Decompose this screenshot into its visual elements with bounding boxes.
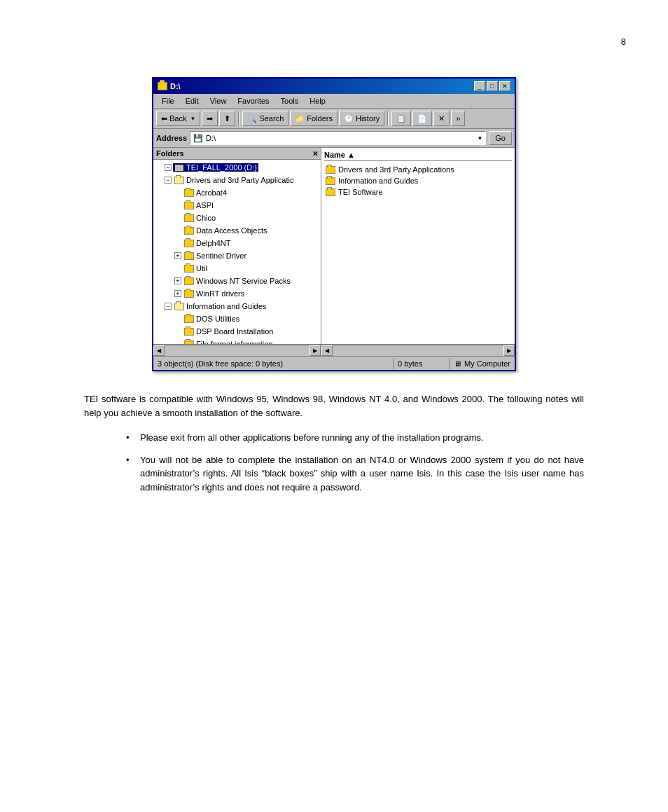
tree-text-ntpacks: Windows NT Service Packs xyxy=(196,277,291,285)
address-field[interactable]: 💾 D:\ ▼ xyxy=(190,131,486,145)
folders-button[interactable]: 📁 Folders xyxy=(290,111,338,126)
menu-file[interactable]: File xyxy=(156,95,180,106)
tree-item-dsp[interactable]: DSP Board Installation xyxy=(153,325,321,338)
tree-label-acrobat[interactable]: Acrobat4 xyxy=(183,188,228,197)
scroll-area: ◀ ▶ ◀ ▶ xyxy=(153,344,515,356)
search-button[interactable]: 🔍 Search xyxy=(242,111,288,126)
up-button[interactable]: ⬆ xyxy=(219,111,235,126)
collapse-drivers-icon[interactable]: − xyxy=(165,177,172,184)
tree-label-ntpacks[interactable]: Windows NT Service Packs xyxy=(183,277,292,285)
tree-text-dos: DOS Utilities xyxy=(196,315,239,323)
tree-item-delphi[interactable]: Delph4NT xyxy=(153,237,321,249)
menu-favorites[interactable]: Favorites xyxy=(232,95,274,106)
tree-item-info[interactable]: − Information and Guides xyxy=(153,300,321,312)
paste-icon: 📄 xyxy=(417,114,427,123)
more-icon: » xyxy=(456,114,460,123)
title-controls[interactable]: _ □ ✕ xyxy=(474,81,510,91)
file-label-info: Information and Guides xyxy=(338,177,418,185)
tree-text-drive: TEI_FALL_2000 (D:) xyxy=(186,163,257,172)
title-bar-left: D:\ xyxy=(158,82,181,90)
more-button[interactable]: » xyxy=(451,111,465,126)
status-computer: 🖥 My Computer xyxy=(450,358,515,369)
tree-item-sentinel[interactable]: + Sentinel Driver xyxy=(153,249,321,262)
hscroll-right-btn[interactable]: ▶ xyxy=(309,345,321,356)
hscroll-left-btn2[interactable]: ◀ xyxy=(321,345,333,356)
back-label: Back xyxy=(169,114,186,123)
delete-icon: ✕ xyxy=(438,114,445,123)
menu-view[interactable]: View xyxy=(204,95,232,106)
back-button[interactable]: ⬅ Back ▼ xyxy=(156,111,200,126)
hscroll-right-btn2[interactable]: ▶ xyxy=(503,345,515,356)
tree-text-dsp: DSP Board Installation xyxy=(196,327,273,336)
tree-label-dos[interactable]: DOS Utilities xyxy=(183,315,241,323)
file-item-drivers[interactable]: Drivers and 3rd Party Applications xyxy=(324,164,512,175)
up-icon: ⬆ xyxy=(224,114,230,123)
address-dropdown-icon: ▼ xyxy=(477,135,482,142)
collapse-drive-icon[interactable]: − xyxy=(165,164,172,171)
minimize-button[interactable]: _ xyxy=(474,81,485,91)
menu-edit[interactable]: Edit xyxy=(180,95,204,106)
history-button[interactable]: 🕐 History xyxy=(339,111,384,126)
tree-label-drive[interactable]: TEI_FALL_2000 (D:) xyxy=(173,163,258,172)
file-item-info[interactable]: Information and Guides xyxy=(324,175,512,186)
tree-label-dsp[interactable]: DSP Board Installation xyxy=(183,327,274,336)
name-column-header[interactable]: Name ▲ xyxy=(324,151,512,159)
tree-item-fileformat[interactable]: File format information xyxy=(153,338,321,344)
tree-item-acrobat[interactable]: Acrobat4 xyxy=(153,186,321,199)
hscroll-right-track[interactable] xyxy=(333,345,503,356)
bullet-item-2: You will not be able to complete the ins… xyxy=(126,453,584,495)
toolbar: ⬅ Back ▼ ➡ ⬆ 🔍 Search 📁 Folders 🕐 Histor xyxy=(153,109,515,129)
collapse-info-icon[interactable]: − xyxy=(165,303,172,310)
hscroll-left-track[interactable] xyxy=(165,345,309,356)
drive-folder-icon xyxy=(174,164,184,172)
tree-item-util[interactable]: Util xyxy=(153,262,321,275)
delete-button[interactable]: ✕ xyxy=(433,111,450,126)
folder-icon xyxy=(184,252,194,260)
computer-icon: 🖥 xyxy=(454,359,461,368)
address-label: Address xyxy=(156,134,187,142)
go-button[interactable]: Go xyxy=(489,131,512,145)
forward-button[interactable]: ➡ xyxy=(202,111,218,126)
left-hscroll[interactable]: ◀ ▶ xyxy=(153,345,321,356)
tree-item-dos[interactable]: DOS Utilities xyxy=(153,312,321,325)
hscroll-left-btn[interactable]: ◀ xyxy=(153,345,165,356)
tree-label-sentinel[interactable]: Sentinel Driver xyxy=(183,252,248,260)
paste-button[interactable]: 📄 xyxy=(412,111,432,126)
tree-label-winrt[interactable]: WinRT drivers xyxy=(183,289,246,298)
expand-winrt-icon[interactable]: + xyxy=(174,290,181,297)
bullet-list: Please exit from all other applications … xyxy=(84,431,584,494)
tree-item-drive[interactable]: − TEI_FALL_2000 (D:) xyxy=(153,161,321,174)
copy-button[interactable]: 📋 xyxy=(391,111,411,126)
file-item-tei[interactable]: TEI Software xyxy=(324,186,512,198)
right-hscroll[interactable]: ◀ ▶ xyxy=(321,345,515,356)
menu-bar: File Edit View Favorites Tools Help xyxy=(153,94,515,109)
tree-item-drivers[interactable]: − Drivers and 3rd Party Applicatic xyxy=(153,174,321,186)
tree-label-aspi[interactable]: ASPI xyxy=(183,201,215,209)
tree-label-drivers[interactable]: Drivers and 3rd Party Applicatic xyxy=(173,176,295,184)
maximize-button[interactable]: □ xyxy=(487,81,498,91)
tree-label-chico[interactable]: Chico xyxy=(183,214,217,222)
menu-help[interactable]: Help xyxy=(304,95,331,106)
tree-item-winrt[interactable]: + WinRT drivers xyxy=(153,287,321,300)
tree-item-aspi[interactable]: ASPI xyxy=(153,199,321,212)
toolbar-separator-1 xyxy=(238,111,239,125)
menu-tools[interactable]: Tools xyxy=(275,95,305,106)
tree-label-delphi[interactable]: Delph4NT xyxy=(183,239,232,247)
folder-icon xyxy=(184,202,194,209)
close-button[interactable]: ✕ xyxy=(499,81,510,91)
folder-icon xyxy=(184,277,194,285)
expand-sentinel-icon[interactable]: + xyxy=(174,252,181,259)
folder-icon xyxy=(184,227,194,235)
tree-text-drivers: Drivers and 3rd Party Applicatic xyxy=(186,176,293,184)
folder-icon xyxy=(184,328,194,336)
folders-tree[interactable]: − TEI_FALL_2000 (D:) − xyxy=(153,160,321,344)
folders-close-button[interactable]: ✕ xyxy=(312,150,318,158)
tree-item-chico[interactable]: Chico xyxy=(153,212,321,224)
tree-item-dao[interactable]: Data Access Objects xyxy=(153,224,321,237)
tree-label-util[interactable]: Util xyxy=(183,264,209,273)
tree-item-ntpacks[interactable]: + Windows NT Service Packs xyxy=(153,275,321,287)
tree-label-info[interactable]: Information and Guides xyxy=(173,302,267,310)
search-label: Search xyxy=(259,114,284,123)
tree-label-dao[interactable]: Data Access Objects xyxy=(183,226,269,235)
expand-ntpacks-icon[interactable]: + xyxy=(174,277,181,284)
